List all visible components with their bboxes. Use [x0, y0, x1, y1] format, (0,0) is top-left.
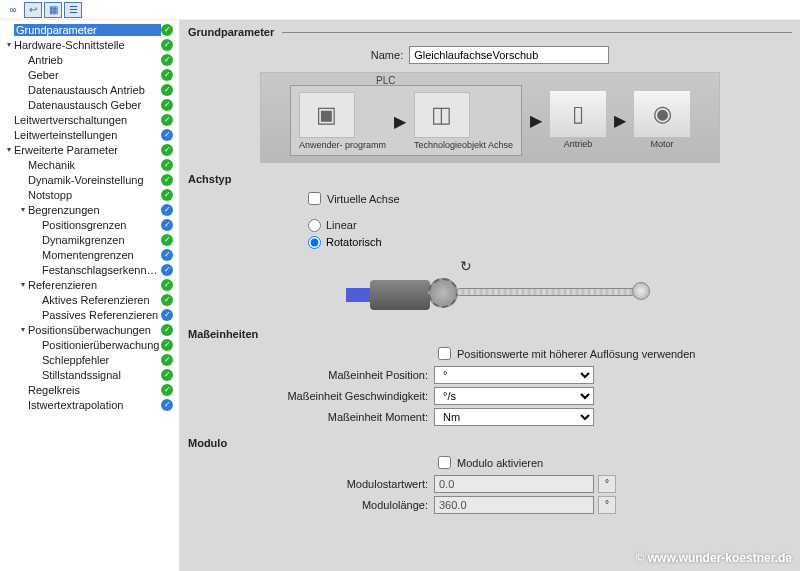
modulo-start-label: Modulostartwert: [188, 478, 434, 490]
tree-item[interactable]: Dynamikgrenzen✓ [0, 232, 179, 247]
tree-item[interactable]: Positionierüberwachung✓ [0, 337, 179, 352]
tree-item-label: Leitwerteinstellungen [14, 129, 161, 141]
mom-unit-label: Maßeinheit Moment: [188, 411, 434, 423]
tree-item[interactable]: Geber✓ [0, 67, 179, 82]
tree-item-label: Datenaustausch Geber [28, 99, 161, 111]
tree-item[interactable]: ▾Erweiterte Parameter✓ [0, 142, 179, 157]
tree-item[interactable]: Stillstandssignal✓ [0, 367, 179, 382]
status-icon: ✓ [161, 354, 173, 366]
expand-icon[interactable]: ▾ [18, 205, 28, 214]
tree-item[interactable]: Positionsgrenzen✓ [0, 217, 179, 232]
status-icon: ✓ [161, 369, 173, 381]
tree-item-label: Mechanik [28, 159, 161, 171]
tree-item[interactable]: Mechanik✓ [0, 157, 179, 172]
status-icon: ✓ [161, 339, 173, 351]
tree-item[interactable]: Istwertextrapolation✓ [0, 397, 179, 412]
nav-tree[interactable]: Grundparameter✓▾Hardware-Schnittstelle✓A… [0, 20, 180, 571]
modulo-start-input [434, 475, 594, 493]
tree-item[interactable]: Regelkreis✓ [0, 382, 179, 397]
section-header-title: Grundparameter [188, 26, 274, 38]
tree-item[interactable]: Leitwertverschaltungen✓ [0, 112, 179, 127]
tree-item-label: Istwertextrapolation [28, 399, 161, 411]
tree-item[interactable]: Passives Referenzieren✓ [0, 307, 179, 322]
tree-item-label: Positionsgrenzen [42, 219, 161, 231]
rotatorisch-label: Rotatorisch [326, 236, 382, 248]
linear-radio[interactable] [308, 219, 321, 232]
rotatorisch-radio[interactable] [308, 236, 321, 249]
pos-unit-label: Maßeinheit Position: [188, 369, 434, 381]
status-icon: ✓ [161, 399, 173, 411]
tree-item[interactable]: Dynamik-Voreinstellung✓ [0, 172, 179, 187]
tree-item[interactable]: Notstopp✓ [0, 187, 179, 202]
motor-label: Motor [634, 140, 690, 150]
tree-item-label: Datenaustausch Antrieb [28, 84, 161, 96]
link-icon[interactable]: ∞ [4, 2, 22, 18]
tree-item-label: Geber [28, 69, 161, 81]
status-icon: ✓ [161, 384, 173, 396]
tree-item-label: Positionsüberwachungen [28, 324, 161, 336]
tree-item[interactable]: Datenaustausch Antrieb✓ [0, 82, 179, 97]
tree-item-label: Momentengrenzen [42, 249, 161, 261]
tree-item-label: Begrenzungen [28, 204, 161, 216]
tree-item[interactable]: Grundparameter✓ [0, 22, 179, 37]
status-icon: ✓ [161, 294, 173, 306]
modulo-checkbox[interactable] [438, 456, 451, 469]
virtual-axis-checkbox[interactable] [308, 192, 321, 205]
tree-item-label: Aktives Referenzieren [42, 294, 161, 306]
name-input[interactable] [409, 46, 609, 64]
status-icon: ✓ [161, 279, 173, 291]
virtual-axis-label: Virtuelle Achse [327, 193, 400, 205]
tree-item[interactable]: ▾Positionsüberwachungen✓ [0, 322, 179, 337]
tree-item-label: Grundparameter [14, 24, 161, 36]
tree-item[interactable]: Momentengrenzen✓ [0, 247, 179, 262]
watermark: © www.wunder-koestner.de [636, 551, 792, 565]
tree-item[interactable]: Leitwerteinstellungen✓ [0, 127, 179, 142]
techobj-label: Technologieobjekt Achse [414, 141, 513, 151]
tree-item[interactable]: Antrieb✓ [0, 52, 179, 67]
status-icon: ✓ [161, 264, 173, 276]
tree-item[interactable]: ▾Referenzieren✓ [0, 277, 179, 292]
drive-icon: ▯ [550, 91, 606, 137]
program-label: Anwender- programm [299, 141, 386, 151]
pos-unit-select[interactable]: ° [434, 366, 594, 384]
toolbar: ∞ ↩ ▦ ☰ [0, 0, 800, 20]
status-icon: ✓ [161, 309, 173, 321]
status-icon: ✓ [161, 24, 173, 36]
modulo-label: Modulo aktivieren [457, 457, 543, 469]
status-icon: ✓ [161, 144, 173, 156]
tree-item[interactable]: Schleppfehler✓ [0, 352, 179, 367]
tree-item-label: Notstopp [28, 189, 161, 201]
modulo-start-unit: ° [598, 475, 616, 493]
tree-item[interactable]: ▾Hardware-Schnittstelle✓ [0, 37, 179, 52]
list-icon[interactable]: ☰ [64, 2, 82, 18]
techobj-icon: ◫ [414, 92, 470, 138]
expand-icon[interactable]: ▾ [4, 145, 14, 154]
tree-item[interactable]: Datenaustausch Geber✓ [0, 97, 179, 112]
status-icon: ✓ [161, 69, 173, 81]
tree-item-label: Referenzieren [28, 279, 161, 291]
expand-icon[interactable]: ▾ [18, 325, 28, 334]
tree-item[interactable]: Festanschlagserkennung✓ [0, 262, 179, 277]
drive-label: Antrieb [550, 140, 606, 150]
status-icon: ✓ [161, 249, 173, 261]
back-icon[interactable]: ↩ [24, 2, 42, 18]
vel-unit-label: Maßeinheit Geschwindigkeit: [188, 390, 434, 402]
hires-checkbox[interactable] [438, 347, 451, 360]
expand-icon[interactable]: ▾ [4, 40, 14, 49]
status-icon: ✓ [161, 324, 173, 336]
units-title: Maßeinheiten [188, 328, 792, 340]
status-icon: ✓ [161, 129, 173, 141]
content-pane: Grundparameter Name: PLC ▣ Anwender- pro… [180, 20, 800, 571]
vel-unit-select[interactable]: °/s [434, 387, 594, 405]
status-icon: ✓ [161, 39, 173, 51]
mom-unit-select[interactable]: Nm [434, 408, 594, 426]
tree-item-label: Festanschlagserkennung [42, 264, 161, 276]
motor-illustration: ↻ [320, 258, 660, 318]
expand-icon[interactable]: ▾ [18, 280, 28, 289]
tree-item[interactable]: Aktives Referenzieren✓ [0, 292, 179, 307]
arrow-icon: ▶ [612, 111, 628, 130]
tree-item-label: Regelkreis [28, 384, 161, 396]
tree-item[interactable]: ▾Begrenzungen✓ [0, 202, 179, 217]
tree-item-label: Dynamikgrenzen [42, 234, 161, 246]
tiles-icon[interactable]: ▦ [44, 2, 62, 18]
